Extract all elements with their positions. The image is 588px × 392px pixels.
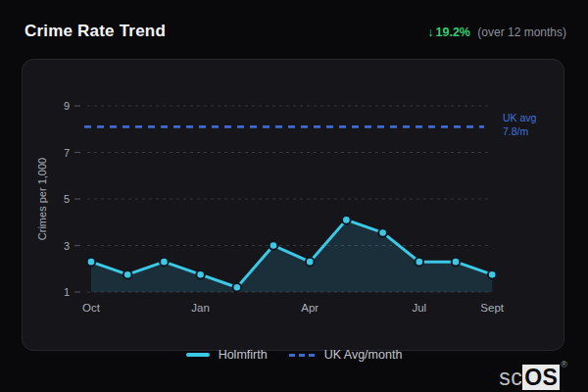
crime-dashboard: { "header": { "title": "Crime Rate Trend…: [0, 0, 588, 392]
crime-trend-chart: 13579Crimes per 1,000UK avg7.8/mOctJanAp…: [23, 60, 564, 350]
holmfirth-line-swatch: [186, 353, 210, 357]
data-point-mar: [270, 241, 278, 250]
holmfirth-area: [91, 220, 492, 292]
registered-mark-icon: ®: [561, 360, 567, 369]
data-point-oct: [87, 258, 96, 267]
panel-header: Crime Rate Trend ↓19.2% (over 12 months): [24, 22, 566, 41]
trend-caption: (over 12 months): [477, 25, 566, 39]
x-tick-label: Jul: [412, 302, 426, 314]
data-point-apr: [306, 258, 315, 267]
uk-avg-dash-swatch: [289, 354, 316, 357]
y-tick-label: 5: [64, 193, 70, 205]
uk-avg-label: 7.8/m: [503, 125, 529, 137]
trend-percent: 19.2%: [436, 25, 470, 39]
chart-card: 13579Crimes per 1,000UK avg7.8/mOctJanAp…: [22, 59, 564, 351]
data-point-may: [342, 216, 351, 224]
x-tick-label: Oct: [82, 302, 101, 314]
logo-prefix: sc: [499, 365, 522, 390]
y-tick-label: 7: [64, 147, 70, 159]
data-point-feb: [233, 283, 242, 292]
x-tick-label: Apr: [301, 302, 318, 314]
down-arrow-icon: ↓: [427, 25, 433, 39]
scos-logo: scOS®: [499, 350, 567, 392]
page-title: Crime Rate Trend: [24, 22, 166, 41]
trend-indicator: ↓19.2% (over 12 months): [427, 25, 566, 39]
data-point-sept: [488, 270, 497, 279]
y-tick-label: 3: [64, 240, 70, 252]
data-point-jul: [416, 258, 424, 267]
data-point-jan: [196, 270, 205, 279]
legend-label-uk-avg: UK Avg/month: [324, 348, 403, 362]
legend-item-holmfirth: Holmfirth: [186, 348, 268, 362]
data-point-jun: [378, 228, 387, 237]
data-point-aug: [452, 258, 461, 267]
logo-box: OS: [522, 365, 560, 390]
uk-avg-label: UK avg: [503, 112, 537, 123]
y-tick-label: 1: [64, 286, 70, 298]
legend-item-uk-avg: UK Avg/month: [289, 348, 403, 362]
legend-label-holmfirth: Holmfirth: [219, 348, 268, 362]
x-tick-label: Sept: [480, 302, 504, 314]
x-tick-label: Jan: [191, 302, 210, 314]
data-point-dec: [160, 258, 169, 267]
y-axis-title: Crimes per 1,000: [36, 158, 48, 240]
data-point-nov: [123, 270, 132, 279]
y-tick-label: 9: [64, 100, 70, 112]
